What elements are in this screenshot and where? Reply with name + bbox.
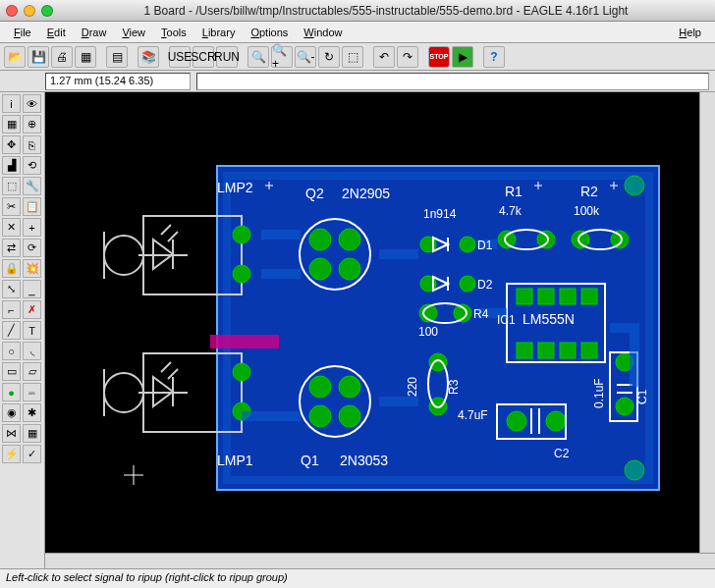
menu-draw[interactable]: Draw [74,25,115,40]
copy-tool[interactable]: ⎘ [23,135,41,154]
text-tool[interactable]: T [23,321,41,340]
optimize-tool[interactable]: ⎯ [23,280,41,298]
svg-text:R3: R3 [447,379,461,395]
svg-text:0.1uF: 0.1uF [592,378,606,408]
replace-tool[interactable]: ⟳ [23,239,41,257]
svg-point-37 [572,231,589,248]
menu-library[interactable]: Library [194,25,244,40]
open-button[interactable]: 📂 [4,46,26,68]
redo-button[interactable]: ↷ [397,46,418,68]
svg-text:100k: 100k [574,204,600,218]
undo-button[interactable]: ↶ [373,46,395,68]
svg-point-54 [616,398,633,415]
cam-button[interactable]: ▦ [75,46,96,68]
sheet-button[interactable]: 📚 [138,46,159,68]
svg-text:Q1: Q1 [301,453,319,468]
menu-edit[interactable]: Edit [39,25,74,40]
svg-rect-45 [517,343,532,358]
add-tool[interactable]: + [23,218,41,237]
svg-point-23 [309,229,331,250]
svg-rect-48 [581,343,597,358]
change-tool[interactable]: 🔧 [23,177,41,195]
svg-text:R4: R4 [473,307,489,321]
arc-tool[interactable]: ◟ [23,342,41,360]
save-button[interactable]: 💾 [28,46,49,68]
svg-text:LM555N: LM555N [522,311,575,327]
menu-file[interactable]: File [6,25,39,40]
svg-point-52 [546,411,566,431]
zoom-fit-button[interactable]: 🔍 [248,46,269,68]
svg-text:LMP1: LMP1 [217,453,253,468]
cut-tool[interactable]: ✂ [2,197,21,216]
info-tool[interactable]: i [2,94,21,113]
smash-tool[interactable]: 💥 [23,259,41,278]
print-button[interactable]: 🖨 [51,46,73,68]
svg-rect-47 [560,343,576,358]
zoom-redraw-button[interactable]: ↻ [318,46,340,68]
svg-text:D1: D1 [477,239,493,252]
erc-tool[interactable]: ⚡ [2,445,21,463]
mirror-tool[interactable]: ▟ [2,156,21,175]
menu-help[interactable]: Help [671,25,709,40]
help-button[interactable]: ? [483,46,505,68]
rotate-tool[interactable]: ⟲ [23,156,41,175]
circle-tool[interactable]: ○ [2,342,21,360]
attr-tool[interactable]: ✱ [23,403,41,422]
rect-tool[interactable]: ▭ [2,362,21,381]
zoom-button[interactable] [41,5,53,17]
vertical-scrollbar[interactable] [699,92,715,553]
window-title: 1 Board - /Users/billw/tmp/Instructables… [63,4,709,18]
pcb-canvas[interactable]: LMP2 LMP1 Q2 2N2905 Q1 2N3053 1n914 D1 D… [45,92,699,553]
hole-tool[interactable]: ◉ [2,403,21,422]
status-bar: Left-click to select signal to ripup (ri… [0,568,715,588]
go-button[interactable]: ▶ [452,46,473,68]
drc-tool[interactable]: ✓ [23,445,41,463]
use-button[interactable]: USE [169,46,191,68]
poly-tool[interactable]: ▱ [23,362,41,381]
move-tool[interactable]: ✥ [2,135,21,154]
run-button[interactable]: RUN [216,46,238,68]
svg-text:2N2905: 2N2905 [342,186,390,201]
command-input[interactable] [196,73,709,90]
svg-point-51 [507,411,526,431]
ratsnest-tool[interactable]: ⋈ [2,424,21,443]
show-tool[interactable]: 👁 [23,94,41,113]
paste-tool[interactable]: 📋 [23,197,41,216]
close-button[interactable] [6,5,18,17]
signal-tool[interactable]: ⎓ [23,383,41,401]
ripup-tool[interactable]: ✗ [23,300,41,319]
pinswap-tool[interactable]: ⇄ [2,239,21,257]
board-button[interactable]: ▤ [106,46,128,68]
layer-tool[interactable]: ▦ [2,115,21,134]
auto-tool[interactable]: ▦ [23,424,41,443]
menu-tools[interactable]: Tools [153,25,194,40]
svg-point-55 [625,176,644,195]
svg-text:R1: R1 [505,184,522,199]
wire-tool[interactable]: ╱ [2,321,21,340]
zoom-select-button[interactable]: ⬚ [342,46,363,68]
menu-view[interactable]: View [114,25,153,40]
svg-rect-18 [210,335,279,348]
via-tool[interactable]: ● [2,383,21,401]
menu-window[interactable]: Window [296,25,350,40]
mark-tool[interactable]: ⊕ [23,115,41,134]
svg-point-26 [339,258,360,280]
svg-point-34 [460,276,475,292]
group-tool[interactable]: ⬚ [2,177,21,195]
route-tool[interactable]: ⌐ [2,300,21,319]
delete-tool[interactable]: ✕ [2,218,21,237]
minimize-button[interactable] [24,5,35,17]
script-button[interactable]: SCR [192,46,214,68]
svg-point-36 [537,231,555,248]
zoom-out-button[interactable]: 🔍- [295,46,316,68]
svg-point-49 [429,353,447,371]
split-tool[interactable]: ⤡ [2,280,21,298]
svg-point-25 [309,258,331,280]
coord-bar: 1.27 mm (15.24 6.35) [0,71,715,92]
horizontal-scrollbar[interactable] [45,553,715,568]
menu-options[interactable]: Options [243,25,296,40]
zoom-in-button[interactable]: 🔍+ [271,46,293,68]
stop-button[interactable]: STOP [428,46,450,68]
lock-tool[interactable]: 🔒 [2,259,21,278]
svg-point-35 [498,231,516,248]
